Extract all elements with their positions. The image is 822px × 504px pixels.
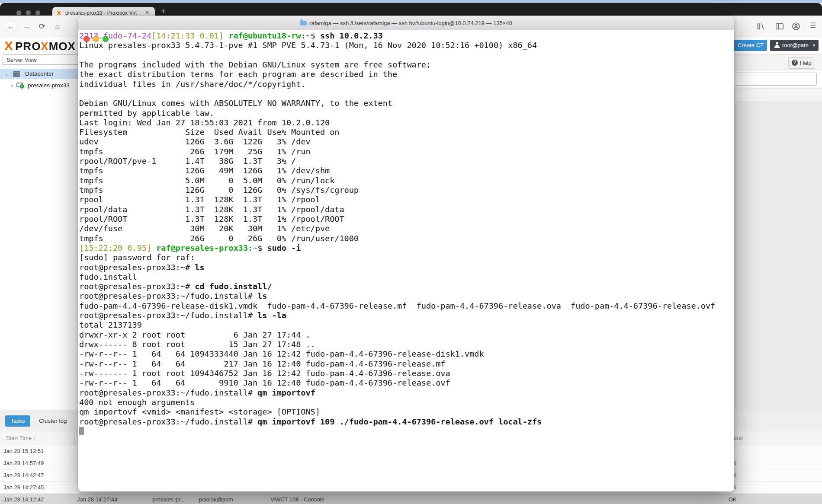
cell-start_time: Jan 28 14:27:45 <box>3 482 44 493</box>
terminal-line: drwxr-xr-x 2 root root 6 Jan 27 17:44 . <box>79 330 734 340</box>
desktop-edge <box>0 0 822 3</box>
terminal-output[interactable]: 2213.fudo-74-24[14:21:33 0.01] raf@ubunt… <box>78 30 734 491</box>
node-icon <box>16 83 23 87</box>
terminal-line: rpool/data 1.3T 128K 1.3T 1% /rpool/data <box>79 205 734 214</box>
terminal-line: 400 not enough arguments <box>79 398 734 407</box>
window-minimize-button[interactable] <box>26 10 31 15</box>
screen: X presales-prox33 - Proxmox Virt ✕ + ← →… <box>0 0 822 504</box>
sidebar-item-datacenter[interactable]: ⌄ Datacenter <box>0 69 78 79</box>
chevron-down-icon: ▾ <box>813 40 815 51</box>
server-view-select[interactable]: Server View <box>3 54 79 65</box>
terminal-line: Linux presales-prox33 5.4.73-1-pve #1 SM… <box>79 41 734 50</box>
user-icon <box>774 42 780 48</box>
terminal-line: -rw------- 1 root root 1094346752 Jan 16… <box>79 369 734 378</box>
terminal-line: [sudo] password for raf: <box>79 253 734 262</box>
terminal-line: rpool 1.3T 128K 1.3T 1% /rpool <box>79 195 734 204</box>
cell-start_time: Jan 28 14:57:49 <box>3 457 44 469</box>
terminal-line: Debian GNU/Linux comes with ABSOLUTELY N… <box>79 99 734 108</box>
create-ct-button[interactable]: Create CT <box>734 40 767 51</box>
terminal-line: individual files in /usr/share/doc/*/cop… <box>79 80 734 89</box>
content-panel-header <box>734 89 822 101</box>
terminal-line: root@presales-prox33:~/fudo.install# ls <box>79 291 734 301</box>
terminal-line: tmpfs 126G 49M 126G 1% /dev/shm <box>79 166 734 175</box>
back-icon[interactable]: ← <box>5 21 16 32</box>
terminal-line: permitted by applicable law. <box>79 108 734 118</box>
table-row[interactable]: Jan 28 14:12:42Jan 28 14:27:44presales-p… <box>0 494 822 504</box>
tab-tasks[interactable]: Tasks <box>5 415 30 427</box>
chevron-expanded-icon[interactable]: ⌄ <box>4 69 8 79</box>
terminal-line: total 2137139 <box>79 320 734 330</box>
terminal-line: rpool/ROOT 1.3T 128K 1.3T 1% /rpool/ROOT <box>79 214 734 224</box>
terminal-line: tmpfs 5.0M 0 5.0M 0% /run/lock <box>79 176 734 185</box>
terminal-line: -rw-r--r-- 1 64 64 1094333440 Jan 16 12:… <box>79 349 734 359</box>
cell-start_time: Jan 28 14:42:47 <box>3 469 44 481</box>
terminal-line <box>79 51 734 60</box>
terminal-minimize-button[interactable] <box>93 36 99 42</box>
column-divider[interactable] <box>74 431 75 445</box>
terminal-line: [15:22:20 0.95] raf@presales-prox33:~$ s… <box>79 243 734 253</box>
terminal-line: Filesystem Size Used Avail Use% Mounted … <box>79 128 734 137</box>
home-icon[interactable]: ⌂ <box>52 21 63 32</box>
user-menu-button[interactable]: root@pam ▾ <box>770 40 819 51</box>
hamburger-menu-icon[interactable]: ☰ <box>810 21 816 29</box>
cell-end_time: Jan 28 14:27:44 <box>77 494 117 504</box>
terminal-line: tmpfs 126G 0 126G 0% /sys/fs/cgroup <box>79 185 734 195</box>
terminal-line: -rw-r--r-- 1 64 64 9910 Jan 16 12:40 fud… <box>79 378 734 388</box>
terminal-cursor <box>79 427 84 435</box>
server-stack-icon <box>13 71 20 77</box>
terminal-line: root@presales-prox33:~/fudo.install# qm … <box>79 388 734 398</box>
terminal-line: fudo.install <box>79 272 734 282</box>
terminal-line: /dev/fuse 30M 20K 30M 1% /etc/pve <box>79 224 734 233</box>
toolbar-separator <box>805 21 805 31</box>
tab-cluster-log[interactable]: Cluster log <box>39 415 67 427</box>
terminal-close-button[interactable] <box>83 36 90 42</box>
question-icon: ? <box>792 60 798 66</box>
content-panel <box>734 88 822 410</box>
terminal-line: root@presales-prox33:~# cd fudo.install/ <box>79 282 734 291</box>
terminal-line: tmpfs 26G 179M 25G 1% /run <box>79 147 734 156</box>
cell-start_time: Jan 28 15:12:51 <box>3 445 44 457</box>
cell-user: pciolak@pam <box>199 494 233 504</box>
proxmox-logo-x-icon: X <box>4 38 13 53</box>
help-label: Help <box>800 57 812 68</box>
chevron-collapsed-icon[interactable]: › <box>11 80 13 91</box>
window-close-button[interactable] <box>16 10 21 15</box>
terminal-line: root@presales-prox33:~# ls <box>79 263 734 272</box>
terminal-line: root@presales-prox33:~/fudo.install# ls … <box>79 311 734 320</box>
column-start-time[interactable]: Start Time ↓ <box>6 431 36 445</box>
terminal-line: root@presales-prox33:~/fudo.install# qm … <box>79 417 734 427</box>
cell-description: VM/CT 108 - Console <box>270 494 324 504</box>
cell-node: presales-pr... <box>152 494 185 504</box>
proxmox-logo: XPROXMOX <box>4 38 78 53</box>
terminal-line: 2213.fudo-74-24[14:21:33 0.01] raf@ubunt… <box>79 31 734 41</box>
terminal-line: qm importovf <vmid> <manifest> <storage>… <box>79 407 734 417</box>
search-input[interactable] <box>731 73 817 86</box>
terminal-title: rafamiga — ssh /Users/rafamiga — ssh hv#… <box>78 16 734 30</box>
new-tab-icon[interactable]: + <box>161 6 166 16</box>
terminal-line: udev 126G 3.6G 122G 3% /dev <box>79 137 734 147</box>
account-icon[interactable] <box>792 22 800 32</box>
close-tab-icon[interactable]: ✕ <box>145 10 149 16</box>
sidebar-item-node[interactable]: › presales-prox33 <box>0 80 78 91</box>
window-zoom-button[interactable] <box>35 10 40 15</box>
forward-icon[interactable]: → <box>21 21 32 32</box>
library-icon[interactable] <box>756 22 765 32</box>
terminal-line: The programs included with the Debian GN… <box>79 60 734 70</box>
reload-icon[interactable]: ⟳ <box>36 21 48 32</box>
cell-status: OK <box>729 494 737 504</box>
sidebar-toggle-icon[interactable] <box>775 22 784 32</box>
terminal-zoom-button[interactable] <box>103 36 109 42</box>
terminal-line: Last login: Wed Jan 27 18:55:03 2021 fro… <box>79 118 734 128</box>
terminal-line <box>79 89 734 99</box>
terminal-line: drwx------ 8 root root 15 Jan 27 17:48 .… <box>79 340 734 349</box>
terminal-line: -rw-r--r-- 1 64 64 217 Jan 16 12:40 fudo… <box>79 359 734 369</box>
folder-icon <box>300 21 307 26</box>
node-label: presales-prox33 <box>28 80 70 91</box>
terminal-line: the exact distribution terms for each pr… <box>79 70 734 79</box>
user-menu-label: root@pam <box>782 40 809 51</box>
terminal-window[interactable]: rafamiga — ssh /Users/rafamiga — ssh hv#… <box>78 16 734 491</box>
help-button[interactable]: ? Help <box>788 57 814 69</box>
cell-start_time: Jan 28 14:12:42 <box>3 494 44 504</box>
browser-tab-bar: X presales-prox33 - Proxmox Virt ✕ + <box>0 3 822 16</box>
terminal-line: fudo-pam-4.4-67396-release-disk1.vmdk fu… <box>79 301 734 311</box>
